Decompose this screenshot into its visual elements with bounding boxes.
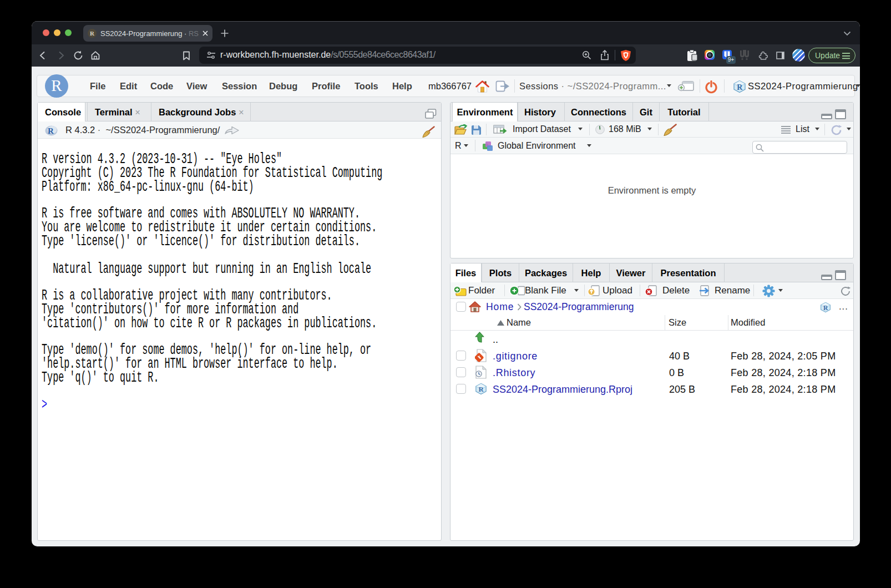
svg-text:R: R bbox=[823, 305, 828, 312]
svg-text:R: R bbox=[737, 83, 743, 92]
svg-text:R: R bbox=[479, 386, 484, 393]
svg-text:R: R bbox=[48, 126, 54, 135]
